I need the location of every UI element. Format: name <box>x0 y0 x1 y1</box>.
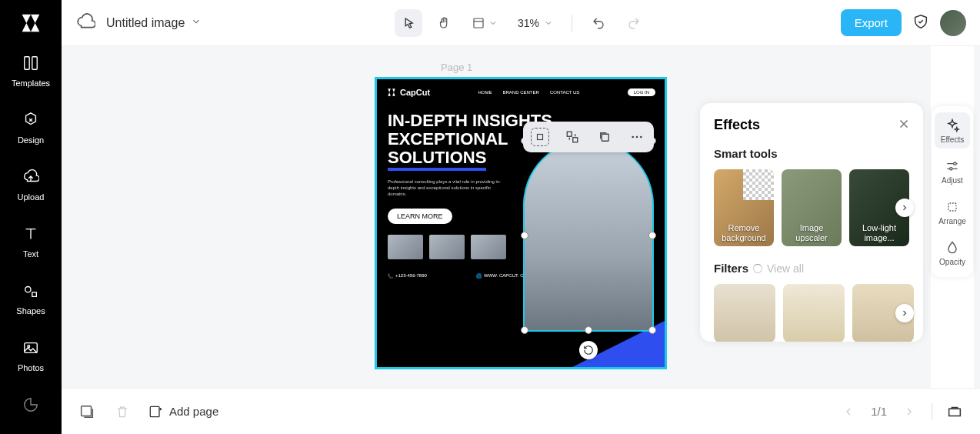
pointer-tool[interactable] <box>395 9 422 37</box>
center-tools: 31% <box>395 9 648 37</box>
svg-point-10 <box>632 136 634 139</box>
svg-rect-5 <box>474 18 483 28</box>
sidebar-item-photos[interactable]: Photos <box>18 337 44 372</box>
present-button[interactable] <box>945 402 965 422</box>
zoom-value: 31% <box>518 17 539 29</box>
svg-point-14 <box>950 168 952 170</box>
artboard-header: CapCut HOME BRAND CENTER CONTACT US LOG … <box>377 79 665 105</box>
capcut-logo-icon <box>18 10 44 36</box>
prev-page-button[interactable] <box>838 402 858 422</box>
filter-natural[interactable]: Natural <box>714 284 775 342</box>
remove-background-tool[interactable]: Remove background <box>714 169 774 246</box>
undo-button[interactable] <box>585 9 612 37</box>
photos-icon <box>20 337 42 359</box>
export-button[interactable]: Export <box>841 9 902 36</box>
rail-arrange[interactable]: Arrange <box>935 194 970 230</box>
filters-view-all[interactable]: View all <box>767 262 804 275</box>
cloud-sync-icon[interactable] <box>75 12 95 35</box>
sidebar-item-more[interactable] <box>20 394 42 420</box>
zoom-level[interactable]: 31% <box>512 17 559 29</box>
svg-rect-6 <box>538 135 543 140</box>
duplicate-button[interactable] <box>595 128 614 146</box>
rotate-handle[interactable] <box>579 341 598 359</box>
right-tools: Export <box>841 9 966 36</box>
svg-rect-0 <box>25 57 29 70</box>
page-counter: 1/1 <box>871 405 887 418</box>
sidebar-item-upload[interactable]: Upload <box>18 166 45 202</box>
next-page-button[interactable] <box>899 402 919 422</box>
scroll-right-button[interactable] <box>895 304 914 322</box>
sidebar-label: Photos <box>18 363 44 372</box>
svg-point-13 <box>954 162 956 165</box>
close-panel-button[interactable] <box>897 117 911 134</box>
sidebar-item-design[interactable]: Design <box>18 109 44 145</box>
resize-handle-br[interactable] <box>648 326 656 334</box>
resize-handle-l[interactable] <box>521 232 528 239</box>
rail-adjust[interactable]: Adjust <box>935 153 970 189</box>
artboard-logo: CapCut <box>386 87 430 98</box>
sidebar-item-templates[interactable]: Templates <box>12 52 50 88</box>
chevron-down-icon <box>191 16 202 30</box>
divider <box>572 15 572 32</box>
sidebar-item-text[interactable]: Text <box>20 223 42 259</box>
smart-tools-heading: Smart tools <box>714 147 909 160</box>
sidebar-item-shapes[interactable]: Shapes <box>16 280 45 315</box>
scroll-right-button[interactable] <box>895 199 914 217</box>
svg-point-2 <box>25 287 31 292</box>
sidebar-label: Text <box>23 249 38 259</box>
more-options-button[interactable] <box>628 128 646 146</box>
resize-handle-b[interactable] <box>585 326 592 334</box>
svg-rect-1 <box>32 57 37 70</box>
add-page-button[interactable]: Add page <box>148 404 218 419</box>
svg-rect-17 <box>150 406 159 416</box>
selected-image[interactable] <box>523 139 654 332</box>
sidebar-label: Shapes <box>16 306 45 315</box>
filters-heading: Filters View all <box>714 262 909 275</box>
svg-rect-7 <box>567 132 572 136</box>
bottombar-right: 1/1 <box>838 402 965 422</box>
artboard-cta: LEARN MORE <box>388 209 452 224</box>
right-rail: Effects Adjust Arrange Opacity <box>931 46 974 388</box>
resize-handle-bl[interactable] <box>521 326 528 334</box>
user-avatar[interactable] <box>940 10 966 36</box>
resize-handle-r[interactable] <box>648 232 656 239</box>
shapes-icon <box>20 280 42 302</box>
document-title[interactable]: Untitled image <box>106 16 202 30</box>
hand-tool[interactable] <box>430 9 458 37</box>
arrange-icon <box>944 199 961 215</box>
frame-tool[interactable] <box>465 9 504 37</box>
redo-button[interactable] <box>620 9 648 37</box>
rail-effects[interactable]: Effects <box>935 112 970 149</box>
upload-icon <box>20 166 42 188</box>
app-logo[interactable] <box>15 9 46 37</box>
shield-icon[interactable] <box>912 13 929 33</box>
filter-apricot[interactable]: Apricot <box>783 284 845 342</box>
image-upscaler-tool[interactable]: Image upscaler <box>782 169 842 246</box>
artboard[interactable]: CapCut HOME BRAND CENTER CONTACT US LOG … <box>375 77 667 369</box>
contact-phone: 📞 +123-456-7890 <box>388 273 427 279</box>
canvas-area[interactable]: Page 1 CapCut HOME BRAND CENTER CONTACT … <box>62 46 980 388</box>
crop-button[interactable] <box>531 128 549 146</box>
replace-button[interactable] <box>563 128 582 146</box>
sidebar-label: Upload <box>18 192 45 202</box>
rail-opacity[interactable]: Opacity <box>935 235 970 271</box>
opacity-icon <box>944 239 961 256</box>
panel-title: Effects <box>714 117 909 133</box>
svg-point-12 <box>640 136 642 139</box>
delete-button[interactable] <box>112 402 132 422</box>
add-page-icon <box>148 404 163 419</box>
svg-point-11 <box>636 136 638 139</box>
pie-icon <box>20 394 42 416</box>
thumb-image <box>388 235 423 259</box>
svg-rect-16 <box>82 406 92 416</box>
divider <box>932 403 932 420</box>
text-icon <box>20 223 42 245</box>
sparkle-icon <box>944 117 961 134</box>
selection-toolbar <box>523 122 654 152</box>
layers-button[interactable] <box>77 402 97 422</box>
sidebar-label: Design <box>18 135 44 145</box>
page-label: Page 1 <box>441 62 472 73</box>
sidebar-label: Templates <box>12 78 50 88</box>
main-column: Untitled image 31% Export Page 1 CapCu <box>62 0 980 434</box>
design-icon <box>20 109 42 131</box>
